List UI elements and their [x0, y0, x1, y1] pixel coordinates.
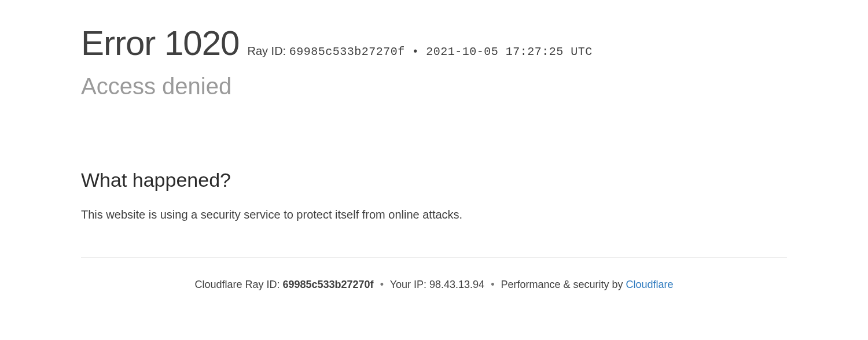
footer-divider: [81, 257, 787, 258]
footer: Cloudflare Ray ID: 69985c533b27270f • Yo…: [81, 279, 787, 291]
timestamp: 2021-10-05 17:27:25 UTC: [426, 45, 593, 58]
error-header: Error 1020 Ray ID: 69985c533b27270f • 20…: [81, 23, 787, 63]
footer-ray-id: 69985c533b27270f: [282, 279, 373, 290]
ray-id-label: Ray ID:: [247, 45, 289, 57]
footer-perf-label: Performance & security by: [501, 279, 626, 290]
footer-separator-1: •: [380, 279, 384, 290]
error-subtitle: Access denied: [81, 73, 787, 99]
ray-id-value: 69985c533b27270f: [289, 45, 405, 58]
error-description: This website is using a security service…: [81, 205, 486, 224]
footer-ray-label: Cloudflare Ray ID:: [194, 279, 282, 290]
footer-ip-value: 98.43.13.94: [429, 279, 484, 290]
error-meta: Ray ID: 69985c533b27270f • 2021-10-05 17…: [247, 45, 592, 58]
footer-ip-label: Your IP:: [390, 279, 429, 290]
error-title: Error 1020: [81, 23, 239, 63]
what-happened-heading: What happened?: [81, 169, 787, 191]
cloudflare-link[interactable]: Cloudflare: [626, 279, 674, 290]
footer-separator-2: •: [491, 279, 494, 290]
meta-separator: •: [413, 45, 418, 57]
